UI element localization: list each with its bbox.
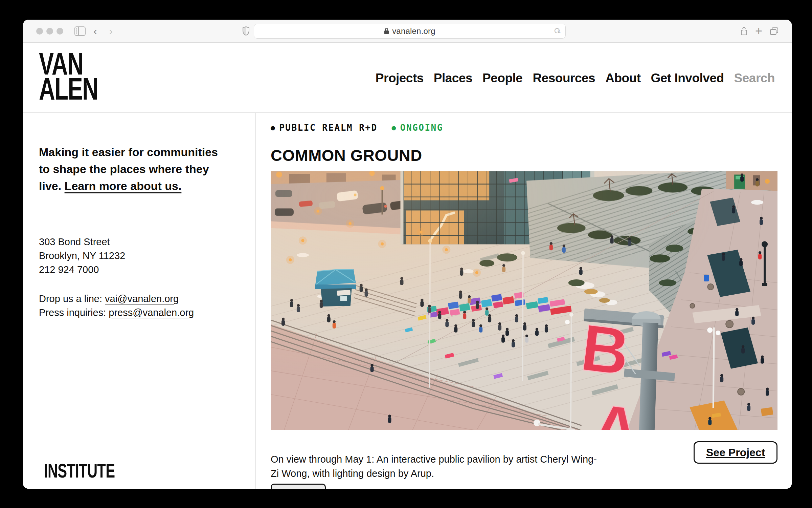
sidebar-toggle-icon[interactable] xyxy=(74,26,86,36)
category-dot-icon: ● xyxy=(271,124,276,132)
browser-window: ‹ › vanalen.org ⟳ + VAN ALEN Pr xyxy=(23,20,792,489)
project-photo[interactable]: B A xyxy=(271,171,777,430)
location-tag[interactable]: Brooklyn xyxy=(271,484,326,489)
contact-line-press: Press inquiries: press@vanalen.org xyxy=(39,306,194,320)
press-label: Press inquiries: xyxy=(39,307,109,318)
traffic-light-zoom-icon[interactable] xyxy=(57,28,63,35)
address-block: 303 Bond Street Brooklyn, NY 11232 212 9… xyxy=(39,235,125,277)
nav-projects[interactable]: Projects xyxy=(376,71,424,85)
project-meta: ●PUBLIC REALM R+D ●ONGOING xyxy=(271,123,443,133)
nav-resources[interactable]: Resources xyxy=(533,71,595,85)
address-street: 303 Bond Street xyxy=(39,235,125,249)
url-bar[interactable]: vanalen.org ⟳ xyxy=(254,24,566,39)
back-icon[interactable]: ‹ xyxy=(93,24,97,37)
reload-icon[interactable]: ⟳ xyxy=(551,25,563,37)
logo-line-2: ALEN xyxy=(39,76,98,101)
description-line-1: On view through May 1: An interactive pu… xyxy=(271,454,597,465)
new-tab-icon[interactable]: + xyxy=(755,26,762,37)
screenshot-stage: ‹ › vanalen.org ⟳ + VAN ALEN Pr xyxy=(0,0,812,508)
project-description: On view through May 1: An interactive pu… xyxy=(271,452,710,481)
privacy-shield-icon xyxy=(242,26,250,37)
left-sidebar: Making it easier for communities to shap… xyxy=(23,113,255,489)
institute-wordmark: INSTITUTE xyxy=(44,459,115,482)
forward-icon[interactable]: › xyxy=(109,24,113,37)
nav-people[interactable]: People xyxy=(482,71,522,85)
address-phone: 212 924 7000 xyxy=(39,263,125,277)
status-text: ONGOING xyxy=(400,123,443,133)
traffic-light-close-icon[interactable] xyxy=(36,28,43,35)
address-city: Brooklyn, NY 11232 xyxy=(39,249,125,263)
contact-label: Drop us a line: xyxy=(39,293,105,304)
url-text: vanalen.org xyxy=(392,26,435,36)
contact-block: Drop us a line: vai@vanalen.org Press in… xyxy=(39,292,194,320)
nav-places[interactable]: Places xyxy=(434,71,472,85)
tab-overview-icon[interactable] xyxy=(770,27,779,35)
press-email-link[interactable]: press@vanalen.org xyxy=(109,307,194,318)
email-link[interactable]: vai@vanalen.org xyxy=(105,293,179,304)
traffic-light-minimize-icon[interactable] xyxy=(46,28,53,35)
nav-search[interactable]: Search xyxy=(734,71,775,85)
mission-tagline: Making it easier for communities to shap… xyxy=(39,144,222,194)
see-project-button[interactable]: See Project xyxy=(694,441,777,464)
site-header: VAN ALEN Projects Places People Resource… xyxy=(23,43,792,113)
lock-icon xyxy=(384,28,389,35)
description-line-2: Zi Wong, with lighting design by Arup. xyxy=(271,468,434,479)
share-icon[interactable] xyxy=(740,26,748,36)
warm-light-overlay xyxy=(271,171,777,430)
status-dot-icon: ● xyxy=(392,124,397,132)
browser-toolbar: ‹ › vanalen.org ⟳ + xyxy=(23,20,792,43)
main-navigation: Projects Places People Resources About G… xyxy=(376,71,775,85)
main-content: ●PUBLIC REALM R+D ●ONGOING COMMON GROUND xyxy=(256,113,792,489)
status-label: ●ONGOING xyxy=(392,123,443,133)
project-title: COMMON GROUND xyxy=(271,146,422,165)
category-label[interactable]: ●PUBLIC REALM R+D xyxy=(271,123,378,133)
nav-about[interactable]: About xyxy=(605,71,640,85)
van-alen-logo[interactable]: VAN ALEN xyxy=(39,51,98,101)
learn-more-link[interactable]: Learn more about us. xyxy=(65,179,182,192)
category-text: PUBLIC REALM R+D xyxy=(279,123,377,133)
contact-line-email: Drop us a line: vai@vanalen.org xyxy=(39,292,194,306)
nav-get-involved[interactable]: Get Involved xyxy=(651,71,724,85)
toolbar-right-icons: + xyxy=(740,26,779,37)
